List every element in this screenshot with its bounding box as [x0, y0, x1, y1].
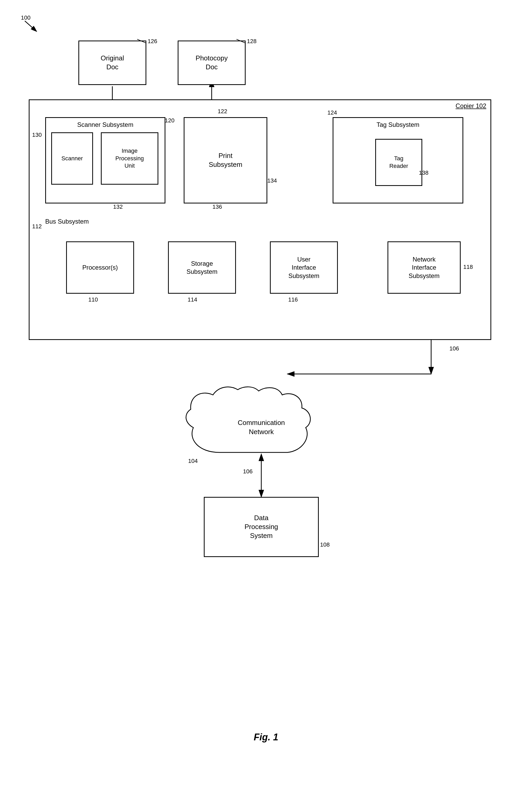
svg-text:Communication: Communication [238, 419, 285, 426]
original-doc-box: OriginalDoc [78, 40, 146, 85]
ref-134: 134 [267, 177, 277, 184]
diagram: 100 OriginalDoc 126 PhotocopyDoc 128 Cop… [0, 0, 532, 758]
ref-106-bottom: 106 [243, 468, 253, 475]
ref-130: 130 [32, 131, 42, 138]
storage-subsystem-box: StorageSubsystem [168, 241, 236, 294]
communication-network-container: Communication Network 104 [178, 384, 345, 465]
copier-label: Copier 102 [456, 102, 486, 110]
network-interface-subsystem-box: NetworkInterfaceSubsystem [387, 241, 461, 294]
processors-box: Processor(s) [66, 241, 134, 294]
tag-subsystem-label: Tag Subsystem [334, 121, 462, 129]
user-interface-subsystem-box: UserInterfaceSubsystem [270, 241, 338, 294]
tag-reader-box: TagReader [375, 139, 422, 186]
ref-108: 108 [320, 542, 330, 548]
svg-line-23 [236, 39, 246, 43]
network-interface-subsystem-label: NetworkInterfaceSubsystem [408, 255, 440, 280]
tag-subsystem-box: Tag Subsystem TagReader [332, 117, 463, 203]
scanner-box: Scanner [51, 132, 93, 185]
processors-label: Processor(s) [82, 263, 118, 272]
ref-126: 126 [148, 38, 157, 45]
scanner-subsystem-label: Scanner Subsystem [46, 121, 165, 129]
ref-136: 136 [212, 203, 222, 210]
print-subsystem-box: PrintSubsystem [184, 117, 267, 203]
scanner-label: Scanner [61, 155, 83, 162]
print-subsystem-label: PrintSubsystem [209, 151, 243, 169]
image-processing-unit-label: ImageProcessingUnit [115, 147, 144, 170]
ref-128: 128 [247, 38, 256, 45]
image-processing-unit-box: ImageProcessingUnit [101, 132, 158, 185]
cloud-svg: Communication Network [178, 384, 345, 465]
svg-line-22 [137, 39, 146, 43]
user-interface-subsystem-label: UserInterfaceSubsystem [288, 255, 320, 280]
svg-text:Network: Network [249, 428, 274, 436]
photocopy-doc-box: PhotocopyDoc [178, 40, 246, 85]
photocopy-doc-label: PhotocopyDoc [196, 54, 228, 72]
ref-100-arrow [23, 20, 39, 33]
scanner-subsystem-box: Scanner Subsystem Scanner ImageProcessin… [45, 117, 165, 203]
ref-124: 124 [327, 109, 337, 116]
ref-122: 122 [218, 108, 227, 115]
svg-line-21 [25, 21, 37, 31]
storage-subsystem-label: StorageSubsystem [187, 259, 218, 276]
ref-132: 132 [113, 203, 123, 210]
ref-110: 110 [88, 296, 98, 303]
ref-116: 116 [288, 296, 298, 303]
ref-138: 138 [419, 169, 429, 176]
ref-104: 104 [188, 458, 198, 464]
bus-subsystem-label: Bus Subsystem [45, 218, 89, 225]
ref-120: 120 [165, 117, 174, 124]
ref-112: 112 [32, 223, 42, 230]
fig-label: Fig. 1 [0, 732, 532, 743]
data-processing-system-box: DataProcessingSystem [204, 497, 319, 557]
ref-106-top: 106 [450, 345, 459, 352]
original-doc-label: OriginalDoc [101, 54, 124, 72]
tag-reader-label: TagReader [390, 155, 408, 170]
ref-114: 114 [188, 296, 197, 303]
ref-118: 118 [463, 263, 473, 270]
data-processing-system-label: DataProcessingSystem [245, 514, 278, 540]
copier-box: Copier 102 Scanner Subsystem Scanner Ima… [29, 99, 491, 340]
